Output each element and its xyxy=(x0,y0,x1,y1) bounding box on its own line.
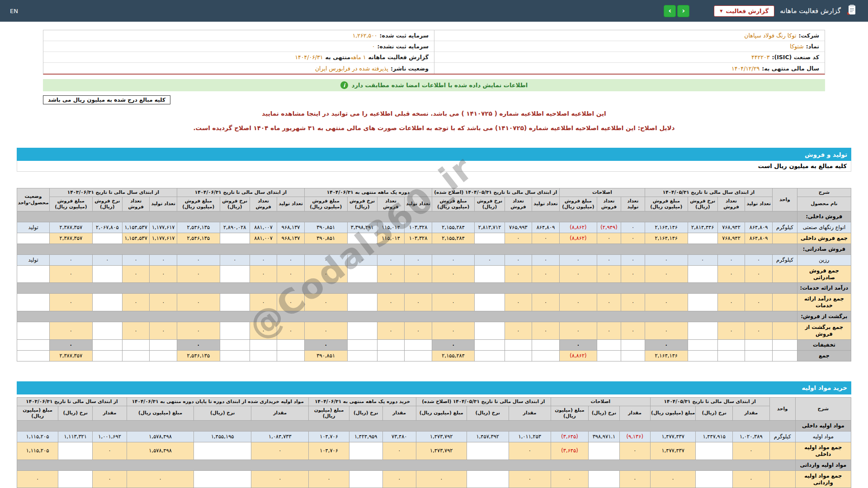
data-cell: ۰ xyxy=(432,294,475,311)
publisher-status-value: پذیرفته شده در فرابورس ایران xyxy=(315,65,388,72)
raw-materials-section: خرید مواد اولیه شرحواحداز ابتدای سال مال… xyxy=(17,381,851,488)
column-header: اصلاحات xyxy=(559,188,645,197)
section-row: مواد اولیه داخلی xyxy=(17,420,851,431)
data-cell xyxy=(772,340,797,351)
data-cell: ۰ xyxy=(621,233,645,244)
column-header: نرخ فروش (ریال) xyxy=(220,197,250,211)
data-cell: ۰ xyxy=(309,470,349,488)
table-row: جمع درآمد ارائه خدمات۰۰۰۰۰۰۰۰۰۰۰۰۰۰۰۰۰۰ xyxy=(17,294,851,311)
data-cell: ۰ xyxy=(50,340,93,351)
data-cell: ۰ xyxy=(382,442,416,460)
column-header: مقدار xyxy=(251,406,309,420)
company-name-link[interactable]: توکا رنگ فولاد سپاهان xyxy=(744,32,796,39)
column-header: نرخ فروش (ریال) xyxy=(347,197,377,211)
data-cell: ۰ xyxy=(509,442,551,460)
data-cell: ۱۱۵,۰۱۴ xyxy=(377,222,405,233)
data-cell: ۰ xyxy=(122,322,150,340)
data-cell: ۰ xyxy=(717,254,745,265)
data-cell xyxy=(347,265,377,283)
data-cell: ۰ xyxy=(745,265,773,283)
data-cell: ۰ xyxy=(304,265,347,283)
data-cell: ۲,۱۵۵,۲۸۴ xyxy=(432,222,475,233)
column-header: مبلغ (میلیون ریال) xyxy=(650,406,696,420)
data-cell: کیلوگرم xyxy=(769,431,795,442)
column-header: نرخ (ریال) xyxy=(194,406,251,420)
table-row: مواد اولیهکیلوگرم۱,۰۲۰,۳۸۹۱,۴۴۷,۹۱۵۱,۴۷۷… xyxy=(17,431,851,442)
data-cell xyxy=(220,322,250,340)
column-header: تعداد تولید xyxy=(150,197,177,211)
column-header: مبلغ فروش (میلیون ریال) xyxy=(304,197,347,211)
report-period-label: گزارش فعالیت ماهانه xyxy=(368,54,429,61)
column-header: نرخ (ریال) xyxy=(696,406,733,420)
column-header: از ابتدای سال مالی تا تاریخ ۱۴۰۴/۰۶/۳۱ xyxy=(177,188,305,197)
data-cell: ۰ xyxy=(150,322,177,340)
data-cell: ۰ xyxy=(505,254,532,265)
column-header: مبلغ فروش (میلیون ریال) xyxy=(559,197,597,211)
data-cell xyxy=(467,470,509,488)
publisher-status-row: وضعیت ناشر: پذیرفته شده در فرابورس ایران xyxy=(43,63,434,74)
column-header: نرخ (ریال) xyxy=(467,406,509,420)
data-cell xyxy=(347,340,377,351)
data-cell: ۰ xyxy=(250,254,277,265)
symbol-row: نماد: شتوکا xyxy=(434,41,825,52)
data-cell: ۱,۰۲۰,۳۸۹ xyxy=(733,431,770,442)
previous-report-button[interactable]: ‹ xyxy=(664,5,676,17)
column-header: تعداد فروش xyxy=(505,197,532,211)
data-cell: ۰ xyxy=(597,294,621,311)
data-cell: ۰ xyxy=(405,322,432,340)
data-cell: ۰ xyxy=(382,470,416,488)
data-cell: ۰ xyxy=(597,265,621,283)
data-cell xyxy=(696,470,733,488)
data-cell: ۲,۱۵۵,۲۸۴ xyxy=(432,233,475,244)
table-row: رزینکیلوگرم۰۰۰۰۰۰۰۰۰۰۰۰۰۰۰۰۰۰۰۰۰۰۰تولید xyxy=(17,254,851,265)
previous-version-link[interactable]: اینجا xyxy=(307,110,321,117)
data-cell xyxy=(505,351,532,361)
data-cell: ۰ xyxy=(377,254,405,265)
isic-row: کد صنعت (ISIC): ۴۴۲۲۰۳ xyxy=(434,52,825,63)
data-cell: ۱,۱۵۴,۵۳۷ xyxy=(122,233,150,244)
report-period-row: گزارش فعالیت ماهانه ۱ ماهه منتهی به ۱۴۰۴… xyxy=(43,52,434,63)
data-cell: ۲,۳۸۷,۳۵۷ xyxy=(50,351,93,361)
amendment-reason: دلایل اصلاح: این اطلاعیه اصلاحیه اطلاعیه… xyxy=(0,124,868,131)
table-row: جمع برگشت از فروش۰۰۰۰۰۰۰۰۰۰۰۰۰۰۰۰۰۰ xyxy=(17,322,851,340)
data-cell: ۲,۱۵۵,۲۸۴ xyxy=(432,351,475,361)
data-cell: ۰ xyxy=(621,322,645,340)
data-cell: ۰ xyxy=(645,254,688,265)
data-cell: ۰ xyxy=(432,322,475,340)
report-type-dropdown[interactable]: گزارش فعالیت ▼ xyxy=(714,5,774,17)
amendment-notice: این اطلاعیه اصلاحیه اطلاعیه شماره ( ۱۴۱۰… xyxy=(0,110,868,117)
data-cell: ۰ xyxy=(17,470,58,488)
table-row: جمع فروش صادراتی۰۰۰۰۰۰۰۰۰۰۰۰۰۰۰۰۰۰ xyxy=(17,265,851,283)
data-cell xyxy=(769,470,795,488)
column-header: مبلغ فروش (میلیون ریال) xyxy=(432,197,475,211)
data-cell: ۷۶۸,۹۴۲ xyxy=(717,233,745,244)
table-row: جمع مواد اولیه وارداتی۰۰۰۰۰۰۰۰۰۰۰۰ xyxy=(17,470,851,488)
data-cell xyxy=(250,340,277,351)
data-cell: ۷۶۸,۹۴۲ xyxy=(717,222,745,233)
data-cell xyxy=(347,294,377,311)
data-cell: ۲,۵۴۶,۱۳۵ xyxy=(177,351,220,361)
data-cell xyxy=(220,265,250,283)
language-toggle[interactable]: EN xyxy=(10,8,18,14)
data-cell: ۸۸۱,۰۰۷ xyxy=(250,222,277,233)
data-cell xyxy=(150,340,177,351)
data-cell: ۰ xyxy=(405,265,432,283)
data-cell: ۱,۴۷۳,۷۹۲ xyxy=(416,431,467,442)
data-cell: ۷۶۵,۹۹۳ xyxy=(505,222,532,233)
data-cell: ۰ xyxy=(717,322,745,340)
data-cell xyxy=(250,351,277,361)
publisher-status-label: وضعیت ناشر: xyxy=(391,65,429,72)
data-cell: ۰ xyxy=(645,265,688,283)
column-header: خرید دوره یک ماهه منتهی به ۱۴۰۴/۰۶/۳۱ xyxy=(309,397,416,406)
section-header-raw-materials: خرید مواد اولیه xyxy=(17,381,851,394)
company-label: شرکت: xyxy=(798,32,819,39)
data-cell: ۳۹۰,۸۵۱ xyxy=(304,222,347,233)
data-cell: ۱,۴۲۴,۹۵۹ xyxy=(349,431,382,442)
data-cell: ۰ xyxy=(50,254,93,265)
symbol-link[interactable]: شتوکا xyxy=(790,43,803,50)
data-cell: ۰ xyxy=(505,322,532,340)
data-cell: ۰ xyxy=(551,470,589,488)
next-report-button[interactable]: › xyxy=(677,5,689,17)
data-cell: ۰ xyxy=(377,265,405,283)
data-cell xyxy=(277,351,305,361)
